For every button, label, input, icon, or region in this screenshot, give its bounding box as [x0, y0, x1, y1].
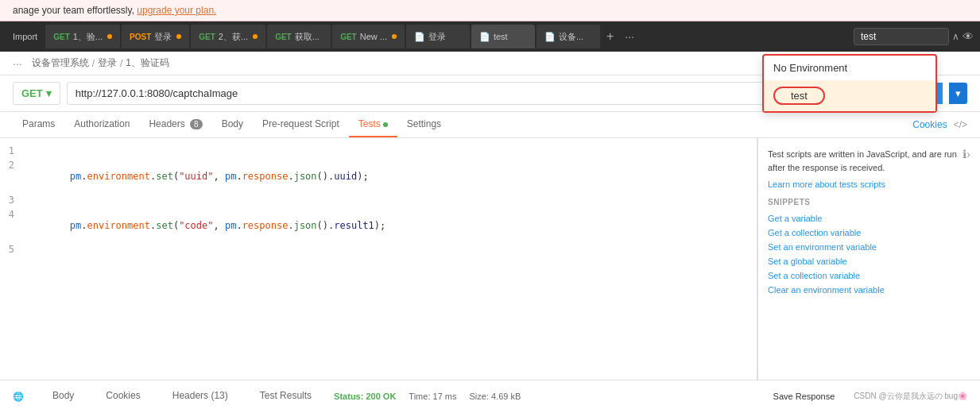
- method-value: GET: [21, 87, 43, 99]
- status-bar: 🌐 Body Cookies Headers (13) Test Results…: [0, 380, 980, 409]
- tab-authorization[interactable]: Authorization: [64, 112, 139, 137]
- tab-body[interactable]: Body: [212, 112, 253, 137]
- eye-button[interactable]: 👁: [963, 30, 974, 43]
- tab-get-1[interactable]: GET 1、验...: [45, 25, 120, 48]
- code-line-1: 1: [0, 145, 757, 159]
- expand-icon[interactable]: ›: [966, 148, 970, 160]
- status-cookies-tab[interactable]: Cookies: [96, 384, 149, 409]
- code-editor[interactable]: 1 2 pm.environment.set("uuid", pm.respon…: [0, 138, 757, 380]
- tab-get-2[interactable]: GET 2、获...: [191, 25, 265, 48]
- tab-name: 2、获...: [219, 31, 248, 43]
- snippets-title: SNIPPETS: [768, 198, 970, 206]
- status-test-results-tab[interactable]: Test Results: [250, 384, 321, 409]
- method-label: GET: [53, 33, 70, 41]
- env-input[interactable]: [854, 28, 949, 45]
- breadcrumb-sep-2: /: [120, 58, 122, 69]
- code-line-3: 3: [0, 194, 757, 208]
- method-label: GET: [340, 33, 357, 41]
- tab-params[interactable]: Params: [13, 112, 64, 137]
- test-env-label[interactable]: test: [773, 87, 825, 105]
- save-response-button[interactable]: Save Response: [773, 392, 835, 401]
- tab-save-login[interactable]: 📄 登录: [406, 25, 470, 48]
- import-button[interactable]: Import: [6, 29, 44, 44]
- code-line-4: 4 pm.environment.set("code", pm.response…: [0, 208, 757, 243]
- tab-name: 获取...: [295, 31, 320, 43]
- method-chevron-icon: ▾: [46, 87, 52, 99]
- tab-name: New ...: [360, 32, 387, 41]
- method-select[interactable]: GET ▾: [13, 82, 60, 105]
- panel-description: Test scripts are written in JavaScript, …: [768, 148, 970, 174]
- code-line-2: 2 pm.environment.set("uuid", pm.response…: [0, 159, 757, 194]
- more-tabs-button[interactable]: ···: [620, 30, 639, 43]
- tab-settings[interactable]: Settings: [397, 112, 451, 137]
- request-tabs: Params Authorization Headers 8 Body Pre-…: [0, 112, 980, 138]
- breadcrumb-part-3: 1、验证码: [126, 56, 169, 70]
- tab-dot: [392, 34, 397, 39]
- tests-dot: [383, 122, 388, 127]
- tab-post-login[interactable]: POST 登录: [122, 25, 189, 48]
- env-chevron-icon[interactable]: ∧: [952, 31, 959, 42]
- tab-icon: 📄: [414, 32, 425, 42]
- method-label: GET: [199, 33, 215, 41]
- env-dropdown: No Environment test: [762, 54, 937, 113]
- snippet-set-global-variable[interactable]: Set a global variable: [768, 254, 970, 268]
- right-panel: › ℹ Test scripts are written in JavaScri…: [757, 138, 980, 380]
- snippet-set-collection-variable[interactable]: Set a collection variable: [768, 268, 970, 283]
- tab-name: 设备...: [559, 31, 583, 43]
- tab-icon: 📄: [479, 32, 490, 42]
- status-size: Size: 4.69 kB: [469, 392, 521, 401]
- content-area: 1 2 pm.environment.set("uuid", pm.respon…: [0, 138, 980, 380]
- tab-dot: [176, 34, 181, 39]
- code-line-5: 5: [0, 243, 757, 257]
- watermark: CSDN @云你是我永远の bug🌸: [854, 391, 967, 402]
- env-section: ∧ 👁: [854, 28, 974, 45]
- tab-name: 登录: [154, 31, 172, 43]
- tab-name: test: [494, 32, 508, 41]
- sidebar-toggle[interactable]: ···: [13, 57, 22, 70]
- globe-icon: 🌐: [13, 392, 24, 402]
- breadcrumb-part-1: 设备管理系统: [32, 56, 89, 70]
- status-ok: Status: 200 OK: [334, 392, 396, 401]
- tab-headers[interactable]: Headers 8: [139, 112, 211, 137]
- status-body-tab[interactable]: Body: [43, 384, 83, 409]
- tab-name: 1、验...: [73, 31, 103, 43]
- learn-more-link[interactable]: Learn more about tests scripts: [768, 179, 885, 189]
- info-icon[interactable]: ℹ: [963, 148, 966, 160]
- snippet-get-collection-variable[interactable]: Get a collection variable: [768, 226, 970, 240]
- tab-get-new[interactable]: GET New ...: [332, 25, 405, 48]
- tab-dot: [107, 34, 112, 39]
- status-headers-tab[interactable]: Headers (13): [163, 384, 238, 409]
- tab-name: 登录: [428, 31, 446, 43]
- tab-test[interactable]: 📄 test: [471, 25, 535, 48]
- method-label: POST: [130, 33, 151, 41]
- breadcrumb-part-2: 登录: [98, 56, 117, 70]
- send-dropdown-button[interactable]: ▾: [949, 83, 967, 104]
- snippet-set-env-variable[interactable]: Set an environment variable: [768, 240, 970, 254]
- status-time: Time: 17 ms: [409, 392, 456, 401]
- no-environment-option[interactable]: No Environment: [764, 56, 935, 80]
- method-label: GET: [275, 33, 292, 41]
- cookies-link[interactable]: Cookies: [912, 119, 947, 130]
- code-icon[interactable]: </>: [954, 119, 967, 130]
- tab-icon: 📄: [544, 32, 556, 42]
- snippet-clear-env-variable[interactable]: Clear an environment variable: [768, 283, 970, 297]
- breadcrumb-sep-1: /: [92, 58, 95, 69]
- test-environment-option[interactable]: test: [764, 80, 935, 111]
- tabs-bar: Import GET 1、验... POST 登录 GET 2、获... GET…: [0, 21, 980, 52]
- tab-dot: [253, 34, 258, 39]
- tab-device[interactable]: 📄 设备...: [536, 25, 600, 48]
- add-tab-button[interactable]: +: [602, 29, 618, 44]
- tab-pre-request[interactable]: Pre-request Script: [253, 112, 349, 137]
- tab-tests[interactable]: Tests: [349, 112, 397, 137]
- upgrade-banner: anage your team effortlessly, upgrade yo…: [0, 0, 980, 21]
- tab-get-fetch[interactable]: GET 获取...: [267, 25, 331, 48]
- snippet-get-variable[interactable]: Get a variable: [768, 211, 970, 226]
- upgrade-link[interactable]: upgrade your plan.: [137, 5, 216, 16]
- banner-text: anage your team effortlessly,: [13, 5, 137, 16]
